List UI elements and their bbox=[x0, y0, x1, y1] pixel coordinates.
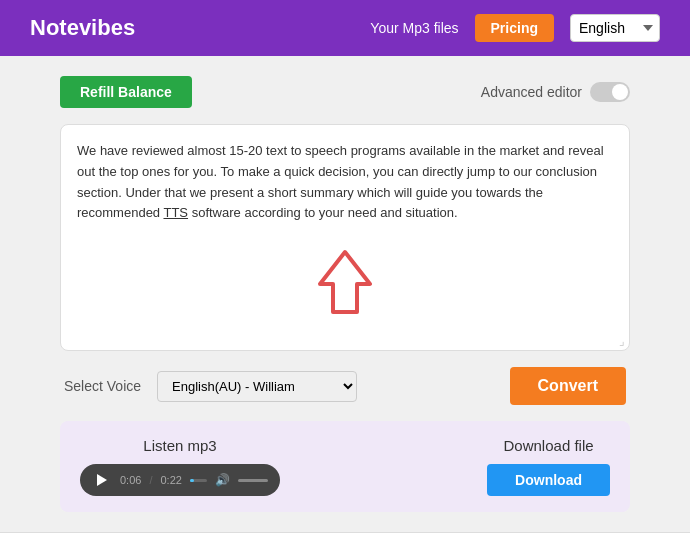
logo: Notevibes bbox=[30, 15, 135, 41]
language-select[interactable]: English Spanish French bbox=[570, 14, 660, 42]
svg-marker-0 bbox=[320, 252, 370, 312]
advanced-editor-control: Advanced editor bbox=[481, 82, 630, 102]
audio-progress-bar[interactable] bbox=[190, 479, 207, 482]
download-file-panel: Download file Download bbox=[487, 437, 610, 496]
top-bar: Refill Balance Advanced editor bbox=[60, 76, 630, 108]
header-right: Your Mp3 files Pricing English Spanish F… bbox=[370, 14, 660, 42]
editor-text: We have reviewed almost 15-20 text to sp… bbox=[77, 141, 613, 224]
audio-section: Listen mp3 0:06 / 0:22 🔊 Download file D… bbox=[60, 421, 630, 512]
upload-arrow-area bbox=[77, 224, 613, 334]
volume-icon: 🔊 bbox=[215, 473, 230, 487]
time-divider: / bbox=[149, 474, 152, 486]
convert-button[interactable]: Convert bbox=[510, 367, 626, 405]
download-file-title: Download file bbox=[487, 437, 610, 454]
text-editor-card: We have reviewed almost 15-20 text to sp… bbox=[60, 124, 630, 351]
volume-slider[interactable] bbox=[238, 479, 268, 482]
voice-row: Select Voice English(AU) - William Engli… bbox=[60, 367, 630, 405]
upload-arrow-icon bbox=[305, 244, 385, 324]
advanced-editor-label: Advanced editor bbox=[481, 84, 582, 100]
mp3-files-link[interactable]: Your Mp3 files bbox=[370, 20, 458, 36]
play-button[interactable] bbox=[92, 470, 112, 490]
tts-word: TTS bbox=[163, 205, 188, 220]
resize-handle: ⌟ bbox=[619, 334, 625, 348]
current-time: 0:06 bbox=[120, 474, 141, 486]
select-voice-label: Select Voice bbox=[64, 378, 141, 394]
text-area-container[interactable]: We have reviewed almost 15-20 text to sp… bbox=[61, 125, 629, 350]
voice-select-dropdown[interactable]: English(AU) - William English(US) - John… bbox=[157, 371, 357, 402]
total-time: 0:22 bbox=[160, 474, 181, 486]
advanced-editor-toggle[interactable] bbox=[590, 82, 630, 102]
pricing-button[interactable]: Pricing bbox=[475, 14, 554, 42]
audio-progress-fill bbox=[190, 479, 194, 482]
play-icon bbox=[97, 474, 107, 486]
refill-balance-button[interactable]: Refill Balance bbox=[60, 76, 192, 108]
audio-player[interactable]: 0:06 / 0:22 🔊 bbox=[80, 464, 280, 496]
download-button[interactable]: Download bbox=[487, 464, 610, 496]
footer-info: Your Balance: 3375 Usage: 1625 Email: go… bbox=[0, 532, 690, 539]
listen-mp3-panel: Listen mp3 0:06 / 0:22 🔊 bbox=[80, 437, 280, 496]
listen-mp3-title: Listen mp3 bbox=[80, 437, 280, 454]
header: Notevibes Your Mp3 files Pricing English… bbox=[0, 0, 690, 56]
main-content: Refill Balance Advanced editor We have r… bbox=[0, 56, 690, 532]
